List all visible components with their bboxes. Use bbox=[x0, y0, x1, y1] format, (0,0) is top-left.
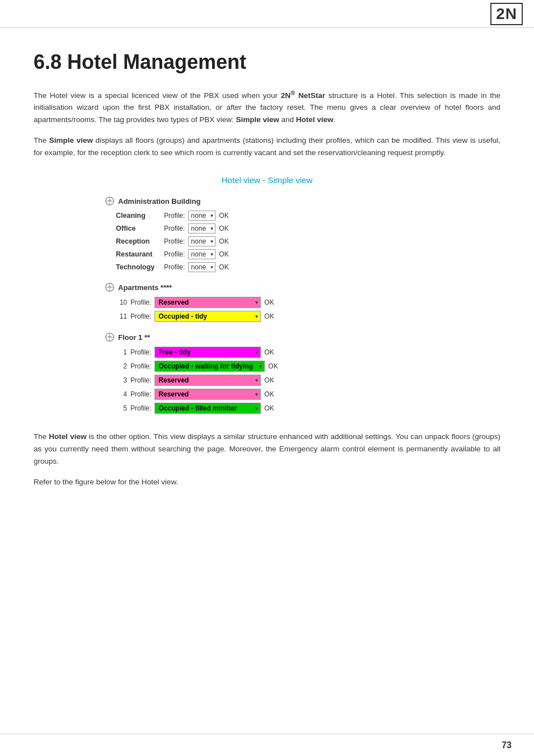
reception-label: Reception bbox=[116, 237, 161, 245]
apt-num-5: 5 bbox=[116, 404, 127, 412]
apt-profile-11: Profile: bbox=[130, 312, 151, 320]
apt-profile-10: Profile: bbox=[130, 298, 151, 306]
apt-num-3: 3 bbox=[116, 376, 127, 384]
hotel-view-section: Hotel view - Simple view Administration … bbox=[99, 175, 435, 414]
building-icon-admin bbox=[105, 196, 115, 206]
apt-profile-2: Profile: bbox=[130, 362, 151, 370]
apt-select-wrapper-3[interactable]: Reserved bbox=[154, 375, 261, 386]
apt-num-4: 4 bbox=[116, 390, 127, 398]
cleaning-select[interactable]: none bbox=[188, 211, 216, 221]
office-select-wrapper[interactable]: none bbox=[188, 223, 216, 234]
apt-ok-3: OK bbox=[264, 376, 274, 384]
apt-ok-5: OK bbox=[264, 404, 274, 412]
apt-ok-1: OK bbox=[264, 348, 274, 356]
restaurant-profile-label: Profile: bbox=[164, 250, 185, 258]
office-label: Office bbox=[116, 225, 161, 232]
apt-ok-10: OK bbox=[264, 298, 274, 306]
group-row-restaurant: Restaurant Profile: none OK bbox=[116, 249, 435, 259]
intro-paragraph-2: The Simple view displays all floors (gro… bbox=[34, 134, 500, 158]
building-icon-floor1 bbox=[105, 332, 115, 342]
apt-select-wrapper-2[interactable]: Occupied - waiting for tidying bbox=[154, 361, 265, 372]
building-header-floor1: Floor 1 ** bbox=[105, 332, 435, 342]
building-icon-apartments bbox=[105, 282, 115, 292]
apt-row-2: 2 Profile: Occupied - waiting for tidyin… bbox=[105, 361, 435, 372]
building-header-admin: Administration Building bbox=[105, 196, 435, 206]
apt-row-11: 11 Profile: Occupied - tidy OK bbox=[105, 311, 435, 322]
apt-num-11: 11 bbox=[116, 312, 127, 320]
reception-select-wrapper[interactable]: none bbox=[188, 236, 216, 246]
office-profile-label: Profile: bbox=[164, 225, 185, 232]
restaurant-label: Restaurant bbox=[116, 250, 161, 258]
logo: 2N bbox=[490, 3, 523, 25]
group-row-reception: Reception Profile: none OK bbox=[116, 236, 435, 246]
apt-row-3: 3 Profile: Reserved OK bbox=[105, 375, 435, 386]
main-content: 6.8 Hotel Management The Hotel view is a… bbox=[0, 28, 534, 531]
apt-select-1[interactable]: Free - tidy bbox=[154, 347, 261, 358]
apt-profile-5: Profile: bbox=[130, 404, 151, 412]
apt-profile-3: Profile: bbox=[130, 376, 151, 384]
cleaning-profile-label: Profile: bbox=[164, 212, 185, 220]
apt-profile-1: Profile: bbox=[130, 348, 151, 356]
floor1-block: Floor 1 ** 1 Profile: Free - tidy OK 2 P… bbox=[99, 332, 435, 414]
cleaning-label: Cleaning bbox=[116, 212, 161, 220]
apartments-name: Apartments **** bbox=[118, 283, 172, 292]
reception-profile-label: Profile: bbox=[164, 237, 185, 245]
page-number: 73 bbox=[502, 740, 512, 750]
office-select[interactable]: none bbox=[188, 223, 216, 234]
apartments-block: Apartments **** 10 Profile: Reserved OK … bbox=[99, 282, 435, 322]
technology-select[interactable]: none bbox=[188, 262, 216, 272]
apt-ok-11: OK bbox=[264, 312, 274, 320]
apt-select-wrapper-11[interactable]: Occupied - tidy bbox=[154, 311, 261, 322]
apt-ok-4: OK bbox=[264, 390, 274, 398]
apt-select-wrapper-10[interactable]: Reserved bbox=[154, 297, 261, 308]
apt-row-1: 1 Profile: Free - tidy OK bbox=[105, 347, 435, 358]
outro-paragraph-2: Refer to the figure below for the Hotel … bbox=[34, 476, 500, 488]
admin-group-rows: Cleaning Profile: none OK Office Profile… bbox=[105, 211, 435, 272]
technology-ok: OK bbox=[219, 263, 228, 271]
apt-select-11[interactable]: Occupied - tidy bbox=[154, 311, 261, 322]
group-row-technology: Technology Profile: none OK bbox=[116, 262, 435, 272]
reception-select[interactable]: none bbox=[188, 236, 216, 246]
apt-row-4: 4 Profile: Reserved OK bbox=[105, 389, 435, 400]
admin-building-name: Administration Building bbox=[118, 197, 200, 206]
restaurant-select[interactable]: none bbox=[188, 249, 216, 259]
bottom-bar: 73 bbox=[0, 734, 534, 756]
cleaning-select-wrapper[interactable]: none bbox=[188, 211, 216, 221]
apt-row-10: 10 Profile: Reserved OK bbox=[105, 297, 435, 308]
technology-profile-label: Profile: bbox=[164, 263, 185, 271]
floor1-name: Floor 1 ** bbox=[118, 333, 150, 342]
cleaning-ok: OK bbox=[219, 212, 228, 220]
apt-select-wrapper-5[interactable]: Occupied - filled minibar bbox=[154, 403, 261, 414]
restaurant-ok: OK bbox=[219, 250, 228, 258]
administration-building-block: Administration Building Cleaning Profile… bbox=[99, 196, 435, 272]
hotel-view-title: Hotel view - Simple view bbox=[99, 175, 435, 185]
apt-num-2: 2 bbox=[116, 362, 127, 370]
apt-num-10: 10 bbox=[116, 298, 127, 306]
apt-select-4[interactable]: Reserved bbox=[154, 389, 261, 400]
reception-ok: OK bbox=[219, 237, 228, 245]
office-ok: OK bbox=[219, 225, 228, 232]
apt-num-1: 1 bbox=[116, 348, 127, 356]
building-header-apartments: Apartments **** bbox=[105, 282, 435, 292]
technology-label: Technology bbox=[116, 263, 161, 271]
outro-paragraph-1: The Hotel view is the other option. This… bbox=[34, 431, 500, 467]
technology-select-wrapper[interactable]: none bbox=[188, 262, 216, 272]
page-title: 6.8 Hotel Management bbox=[34, 50, 500, 74]
apt-select-wrapper-1[interactable]: Free - tidy bbox=[154, 347, 261, 358]
intro-paragraph-1: The Hotel view is a special licenced vie… bbox=[34, 87, 500, 125]
apt-select-wrapper-4[interactable]: Reserved bbox=[154, 389, 261, 400]
apt-ok-2: OK bbox=[268, 362, 278, 370]
apt-row-5: 5 Profile: Occupied - filled minibar OK bbox=[105, 403, 435, 414]
top-bar: 2N bbox=[0, 0, 534, 28]
apt-profile-4: Profile: bbox=[130, 390, 151, 398]
group-row-cleaning: Cleaning Profile: none OK bbox=[116, 211, 435, 221]
apt-select-5[interactable]: Occupied - filled minibar bbox=[154, 403, 261, 414]
apt-select-3[interactable]: Reserved bbox=[154, 375, 261, 386]
restaurant-select-wrapper[interactable]: none bbox=[188, 249, 216, 259]
apt-select-10[interactable]: Reserved bbox=[154, 297, 261, 308]
group-row-office: Office Profile: none OK bbox=[116, 223, 435, 234]
apt-select-2[interactable]: Occupied - waiting for tidying bbox=[154, 361, 265, 372]
